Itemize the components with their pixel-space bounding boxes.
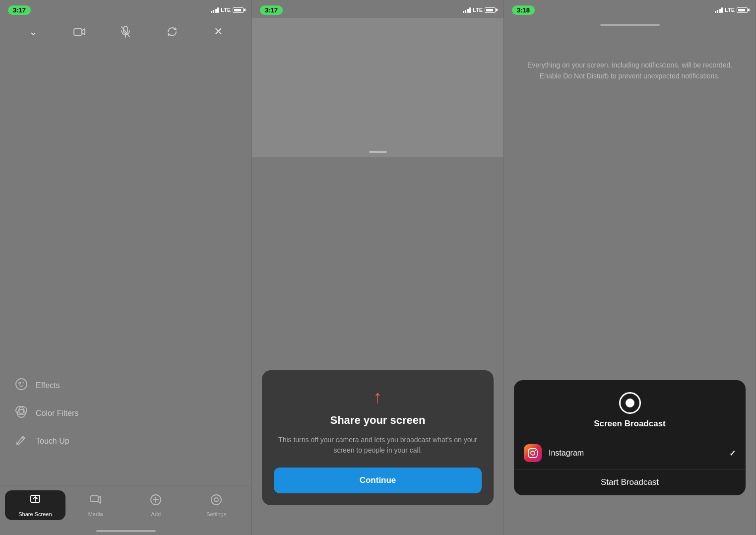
effects-menu-item[interactable]: Effects	[15, 372, 237, 400]
start-broadcast-button[interactable]: Start Broadcast	[514, 469, 746, 495]
status-right-2: LTE	[463, 7, 496, 13]
panel-2: 3:17 LTE ⌄	[252, 0, 504, 535]
time-2: 3:17	[260, 5, 283, 15]
svg-point-21	[535, 450, 536, 451]
effects-label: Effects	[36, 381, 60, 390]
settings-nav-item[interactable]: Settings	[186, 490, 247, 520]
status-right-1: LTE	[211, 7, 244, 13]
svg-point-6	[23, 382, 24, 383]
app-name-label: Instagram	[549, 449, 722, 458]
menu-items: Effects Color Filters	[0, 362, 252, 465]
close-icon-1[interactable]: ✕	[209, 23, 227, 41]
color-filters-menu-item[interactable]: Color Filters	[15, 400, 237, 427]
share-screen-modal: ↑ Share your screen This turns off your …	[262, 370, 494, 505]
record-dot	[626, 399, 634, 407]
share-screen-title: Share your screen	[330, 414, 426, 427]
rotate-icon[interactable]	[163, 23, 181, 41]
battery-icon-3	[737, 7, 748, 13]
signal-icon-1	[211, 7, 219, 13]
add-label: Add	[151, 511, 161, 517]
time-3: 3:18	[512, 5, 535, 15]
svg-rect-0	[74, 29, 82, 35]
drag-handle	[369, 151, 387, 153]
share-screen-nav-item[interactable]: Share Screen	[5, 490, 65, 520]
panel-3: 3:18 LTE Everything on your screen, incl…	[504, 0, 756, 535]
media-icon	[89, 493, 102, 509]
home-indicator-1	[96, 530, 156, 532]
share-screen-label: Share Screen	[18, 511, 52, 517]
continue-button[interactable]: Continue	[274, 468, 482, 493]
mic-off-icon[interactable]	[117, 23, 134, 41]
battery-icon-1	[233, 7, 244, 13]
camera-preview	[252, 18, 504, 157]
camera-icon[interactable]	[70, 23, 88, 41]
status-right-3: LTE	[715, 7, 748, 13]
signal-icon-2	[463, 7, 471, 13]
panel1-content: Effects Color Filters	[0, 46, 252, 485]
lte-label-1: LTE	[221, 7, 231, 13]
checkmark-icon: ✓	[729, 449, 736, 458]
share-arrow-icon: ↑	[374, 388, 382, 406]
touch-up-icon	[15, 433, 28, 449]
lte-label-2: LTE	[473, 7, 483, 13]
svg-point-14	[214, 498, 218, 502]
settings-icon	[210, 493, 223, 509]
time-1: 3:17	[8, 5, 31, 15]
svg-rect-11	[91, 496, 98, 502]
effects-icon	[15, 378, 28, 394]
lte-label-3: LTE	[725, 7, 735, 13]
touch-up-label: Touch Up	[36, 437, 69, 446]
broadcast-info: Everything on your screen, including not…	[504, 60, 756, 82]
panel-1: 3:17 LTE ⌄	[0, 0, 252, 535]
chevron-down-icon[interactable]: ⌄	[24, 23, 42, 41]
home-indicator-3	[600, 24, 660, 26]
svg-point-20	[531, 451, 535, 455]
svg-point-13	[211, 495, 221, 505]
media-nav-item[interactable]: Media	[65, 490, 126, 520]
touch-up-menu-item[interactable]: Touch Up	[15, 427, 237, 455]
share-screen-description: This turns off your camera and lets you …	[274, 435, 482, 456]
status-bar-3: 3:18 LTE	[504, 0, 756, 18]
add-icon	[149, 493, 162, 509]
instagram-icon	[524, 444, 542, 462]
svg-point-4	[16, 379, 27, 390]
broadcast-info-text: Everything on your screen, including not…	[524, 60, 736, 82]
bottom-nav-1: Share Screen Media Add	[0, 485, 252, 530]
settings-label: Settings	[206, 511, 226, 517]
toolbar-1: ⌄ ✕	[0, 18, 252, 46]
broadcast-header: Screen Broadcast	[514, 380, 746, 437]
status-bar-2: 3:17 LTE	[252, 0, 504, 18]
color-filters-label: Color Filters	[36, 409, 78, 418]
signal-icon-3	[715, 7, 723, 13]
color-filters-icon	[15, 405, 28, 421]
svg-point-9	[17, 409, 25, 417]
add-nav-item[interactable]: Add	[126, 490, 187, 520]
broadcast-title: Screen Broadcast	[594, 419, 666, 429]
broadcast-app-row[interactable]: Instagram ✓	[514, 437, 746, 469]
broadcast-modal: Screen Broadcast Instagram ✓ Start Broad…	[514, 380, 746, 495]
media-label: Media	[88, 511, 103, 517]
svg-point-5	[19, 382, 21, 384]
share-screen-icon	[29, 493, 42, 509]
battery-icon-2	[485, 7, 496, 13]
status-bar-1: 3:17 LTE	[0, 0, 252, 18]
record-icon	[619, 392, 641, 414]
